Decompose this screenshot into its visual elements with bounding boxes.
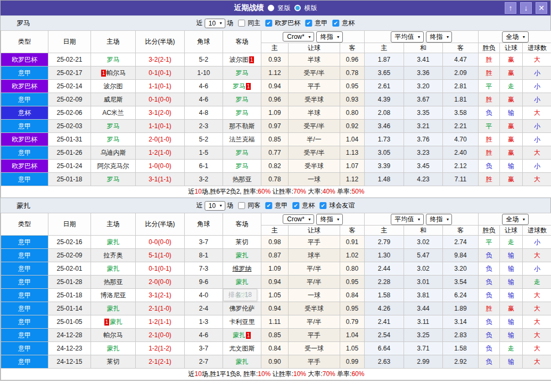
period-select[interactable]: 全场▼ bbox=[502, 214, 529, 225]
team-link[interactable]: 蒙扎 bbox=[110, 318, 122, 326]
result-handicap-cell: 赢 bbox=[500, 93, 523, 106]
vertical-layout-label[interactable]: 竖版 bbox=[278, 4, 291, 13]
team-link[interactable]: 罗马 bbox=[233, 82, 245, 90]
avg-home-cell: 2.54 bbox=[365, 329, 404, 342]
team-link[interactable]: 佛罗伦萨 bbox=[229, 305, 255, 312]
league-checkbox-friendly[interactable]: ✔ bbox=[319, 202, 326, 209]
team-link[interactable]: 那不勒斯 bbox=[229, 122, 255, 130]
league-checkbox-coppa[interactable]: ✔ bbox=[332, 20, 339, 27]
team-link[interactable]: 罗马 bbox=[236, 149, 249, 156]
horizontal-layout-radio[interactable] bbox=[294, 5, 301, 11]
odds-time-select[interactable]: 终指▼ bbox=[316, 31, 343, 43]
team-link[interactable]: 蒙扎 bbox=[107, 265, 120, 272]
team-link[interactable]: 威尼斯 bbox=[104, 96, 123, 103]
league-label-seriea[interactable]: 意甲 bbox=[315, 19, 327, 28]
team-link[interactable]: 阿尔克马尔 bbox=[97, 162, 129, 170]
team-link[interactable]: 莱切 bbox=[236, 238, 249, 246]
team-link[interactable]: 波尔图 bbox=[229, 56, 249, 63]
corner-cell: 7-3 bbox=[185, 262, 223, 276]
team-link[interactable]: 热那亚 bbox=[104, 278, 123, 286]
avg-home-cell: 3.39 bbox=[365, 160, 404, 173]
corner-cell: 2-3 bbox=[185, 120, 223, 133]
same-away-label[interactable]: 同客 bbox=[248, 201, 260, 210]
score-cell: 1-0(0-0) bbox=[136, 160, 185, 173]
odds-time-select[interactable]: 终指▼ bbox=[316, 214, 343, 225]
match-date-cell: 25-02-21 bbox=[48, 53, 91, 66]
league-checkbox-seriea[interactable]: ✔ bbox=[305, 20, 312, 27]
team-link[interactable]: 维罗纳 bbox=[233, 265, 252, 272]
same-away-checkbox[interactable] bbox=[238, 202, 245, 209]
summary-text: 60% bbox=[258, 188, 270, 195]
away-team-cell: 蒙扎 bbox=[223, 249, 261, 262]
team-link[interactable]: 乌迪内斯 bbox=[101, 149, 126, 156]
team-link[interactable]: 蒙扎 bbox=[233, 331, 245, 339]
team-link[interactable]: 罗马 bbox=[236, 69, 249, 77]
league-label-coppa[interactable]: 意杯 bbox=[302, 201, 315, 210]
team-link[interactable]: 罗马 bbox=[107, 56, 120, 63]
team-link[interactable]: 卡利亚里 bbox=[229, 318, 255, 326]
match-count-select[interactable]: 10▼ bbox=[204, 201, 225, 211]
horizontal-layout-label[interactable]: 横版 bbox=[305, 4, 317, 13]
avg-source-select[interactable]: 平均值▼ bbox=[391, 214, 424, 225]
close-button[interactable]: ✕ bbox=[536, 2, 547, 14]
team-link[interactable]: 波尔图 bbox=[104, 82, 123, 90]
league-label-coppa[interactable]: 意杯 bbox=[342, 19, 355, 28]
team-link[interactable]: 博洛尼亚 bbox=[101, 291, 126, 299]
score-cell: 0-1(0-1) bbox=[136, 66, 185, 80]
team-link[interactable]: 罗马 bbox=[107, 122, 120, 130]
team-link[interactable]: 莱切 bbox=[107, 358, 120, 365]
odds-source-select[interactable]: Crow*▼ bbox=[283, 32, 314, 41]
avg-time-select[interactable]: 终指▼ bbox=[426, 31, 453, 43]
team-link[interactable]: 蒙扎 bbox=[236, 252, 249, 259]
team-link[interactable]: 热那亚 bbox=[233, 176, 252, 183]
league-label-seriea[interactable]: 意甲 bbox=[275, 201, 287, 210]
league-type-cell: 意甲 bbox=[1, 120, 48, 133]
team-link[interactable]: 蒙扎 bbox=[236, 358, 249, 365]
team-link[interactable]: 罗马 bbox=[107, 176, 120, 183]
period-select[interactable]: 全场▼ bbox=[502, 31, 529, 43]
col-away: 客场 bbox=[223, 31, 261, 53]
away-odds-cell: 1.04 bbox=[340, 133, 365, 146]
same-home-checkbox[interactable] bbox=[238, 20, 245, 27]
team-link[interactable]: 尤文图斯 bbox=[229, 345, 255, 352]
team-link[interactable]: 蒙扎 bbox=[107, 345, 120, 352]
same-home-label[interactable]: 同主 bbox=[248, 19, 260, 28]
team-link[interactable]: 罗马 bbox=[107, 136, 120, 143]
score-cell: 3-2(2-1) bbox=[136, 53, 185, 66]
handicap-cell: 半/一 bbox=[289, 133, 340, 146]
team-link[interactable]: 帕尔马 bbox=[106, 69, 126, 77]
team-link[interactable]: 蒙扎 bbox=[107, 305, 120, 312]
team-link[interactable]: 蒙扎 bbox=[107, 238, 120, 246]
move-up-button[interactable]: ↑ bbox=[505, 2, 516, 14]
odds-source-select[interactable]: Crow*▼ bbox=[283, 214, 314, 224]
team-link[interactable]: 罗马 bbox=[236, 109, 249, 116]
result-goals-cell: 大 bbox=[523, 173, 551, 186]
team-link[interactable]: 蒙扎 bbox=[236, 278, 249, 286]
avg-time-select[interactable]: 终指▼ bbox=[426, 214, 453, 225]
handicap-cell: 受平/半 bbox=[289, 120, 340, 133]
match-count-select[interactable]: 10▼ bbox=[204, 19, 225, 28]
result-handicap-cell: 输 bbox=[500, 106, 523, 120]
league-label-europa[interactable]: 欧罗巴杯 bbox=[275, 19, 300, 28]
team-link[interactable]: 蒙扎 bbox=[236, 291, 249, 299]
avg-home-cell: 1.48 bbox=[365, 173, 404, 186]
team-link[interactable]: 拉齐奥 bbox=[104, 252, 123, 259]
league-checkbox-seriea[interactable]: ✔ bbox=[265, 202, 272, 209]
vertical-layout-radio[interactable] bbox=[268, 5, 274, 11]
away-team-cell: 罗马1 bbox=[223, 80, 261, 93]
select-arrow-icon: ▼ bbox=[446, 35, 450, 39]
summary-text: 场,胜6平2负2, 胜率: bbox=[202, 188, 258, 195]
league-label-friendly[interactable]: 球会友谊 bbox=[329, 201, 355, 210]
home-team-cell: 威尼斯 bbox=[91, 93, 136, 106]
league-checkbox-europa[interactable]: ✔ bbox=[265, 20, 272, 27]
result-handicap-cell: 赢 bbox=[500, 146, 523, 160]
match-row: 意杯25-02-06AC米兰3-1(2-0)4-8罗马1.09半球0.802.0… bbox=[1, 106, 551, 120]
move-down-button[interactable]: ↓ bbox=[520, 2, 532, 14]
team-link[interactable]: 法兰克福 bbox=[229, 136, 255, 143]
team-link[interactable]: AC米兰 bbox=[102, 109, 124, 116]
team-link[interactable]: 罗马 bbox=[236, 96, 249, 103]
league-checkbox-coppa[interactable]: ✔ bbox=[292, 202, 299, 209]
team-link[interactable]: 帕尔马 bbox=[104, 331, 123, 339]
avg-source-select[interactable]: 平均值▼ bbox=[391, 31, 424, 43]
team-link[interactable]: 罗马 bbox=[236, 162, 249, 170]
